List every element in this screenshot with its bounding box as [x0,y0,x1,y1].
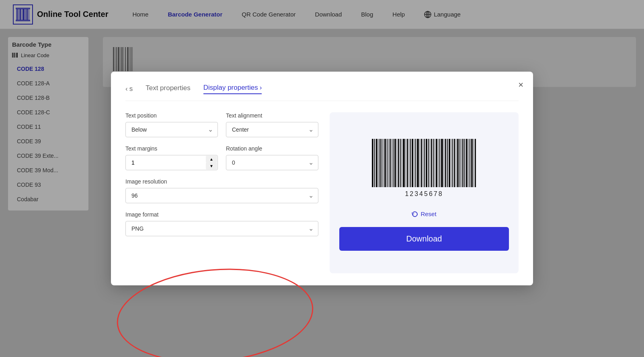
form-section: Text position Below Above None Text alig… [125,112,318,273]
svg-rect-36 [379,139,381,187]
image-format-select-wrapper: PNG SVG JPEG BMP [125,221,318,236]
modal-body: Text position Below Above None Text alig… [125,112,519,273]
form-group-text-alignment: Text alignment Center Left Right [226,112,318,137]
svg-rect-53 [409,139,409,187]
svg-rect-56 [414,139,414,187]
image-format-label: Image format [125,211,318,218]
form-group-rotation-angle: Rotation angle 0 90 180 270 [226,145,318,170]
svg-rect-76 [449,139,450,187]
svg-rect-72 [441,139,443,187]
svg-rect-63 [426,139,427,187]
svg-rect-50 [403,139,405,187]
svg-rect-85 [464,139,465,187]
svg-rect-47 [398,139,399,187]
svg-rect-73 [444,139,444,187]
svg-rect-61 [423,139,423,187]
svg-rect-32 [372,139,373,187]
form-row-4: Image format PNG SVG JPEG BMP [125,211,318,236]
svg-rect-74 [445,139,446,187]
svg-rect-48 [400,139,401,187]
svg-rect-40 [387,139,388,187]
text-margins-input[interactable] [125,155,218,170]
svg-rect-88 [470,139,470,187]
svg-rect-90 [474,139,474,187]
svg-rect-37 [381,139,382,187]
reset-button[interactable]: Reset [412,210,436,217]
text-alignment-label: Text alignment [226,112,318,119]
svg-rect-44 [393,139,394,187]
text-position-select[interactable]: Below Above None [125,122,218,137]
svg-rect-69 [436,139,437,187]
svg-rect-91 [475,139,476,187]
svg-text:12345678: 12345678 [405,190,443,197]
svg-rect-87 [468,139,469,187]
rotation-angle-select[interactable]: 0 90 180 270 [226,155,318,170]
text-position-select-wrapper: Below Above None [125,122,218,137]
svg-rect-55 [412,139,413,187]
svg-rect-46 [397,139,397,187]
modal: × ‹s Text properties Display properties … [111,72,533,285]
form-row-1: Text position Below Above None Text alig… [125,112,318,137]
rotation-angle-select-wrapper: 0 90 180 270 [226,155,318,170]
image-resolution-label: Image resolution [125,178,318,185]
reset-label: Reset [420,210,436,217]
svg-rect-35 [378,139,379,187]
svg-rect-43 [392,139,392,187]
svg-rect-77 [451,139,451,187]
svg-rect-57 [415,139,416,187]
image-resolution-select[interactable]: 72 96 150 300 [125,188,318,203]
modal-header: ‹s Text properties Display properties › [125,84,519,101]
text-alignment-select-wrapper: Center Left Right [226,122,318,137]
svg-rect-34 [376,139,377,187]
text-margins-spinner: ▲ ▼ [125,155,218,170]
form-row-3: Image resolution 72 96 150 300 [125,178,318,203]
modal-overlay: × ‹s Text properties Display properties … [0,0,644,357]
svg-rect-58 [417,139,419,187]
image-resolution-select-wrapper: 72 96 150 300 [125,188,318,203]
image-format-select[interactable]: PNG SVG JPEG BMP [125,221,318,236]
svg-rect-80 [456,139,456,187]
svg-rect-59 [420,139,420,187]
barcode-preview-svg: 12345678 [368,135,480,199]
spinner-up-button[interactable]: ▲ [206,156,217,163]
svg-rect-83 [461,139,461,187]
form-group-image-resolution: Image resolution 72 96 150 300 [125,178,318,203]
svg-rect-82 [459,139,460,187]
form-group-text-position: Text position Below Above None [125,112,218,137]
svg-rect-81 [457,139,459,187]
svg-rect-84 [462,139,464,187]
spinner-down-button[interactable]: ▼ [206,163,217,169]
svg-rect-75 [447,139,448,187]
svg-rect-68 [435,139,435,187]
form-group-image-format: Image format PNG SVG JPEG BMP [125,211,318,236]
spinner-buttons: ▲ ▼ [206,156,217,169]
circle-annotation [113,261,317,357]
barcode-preview-section: 12345678 Reset Download [330,112,519,273]
svg-rect-66 [431,139,432,187]
tab-prev[interactable]: ‹s [125,85,133,93]
svg-rect-42 [390,139,391,187]
svg-rect-70 [438,139,439,187]
svg-rect-67 [433,139,434,187]
svg-rect-86 [466,139,468,187]
text-alignment-select[interactable]: Center Left Right [226,122,318,137]
tab-display-properties[interactable]: Display properties › [203,84,262,94]
svg-rect-64 [428,139,429,187]
form-row-2: Text margins ▲ ▼ Rotation angle [125,145,318,170]
svg-rect-33 [374,139,375,187]
download-button[interactable]: Download [339,227,509,251]
svg-rect-41 [388,139,389,187]
svg-rect-49 [402,139,402,187]
svg-rect-79 [454,139,455,187]
svg-rect-62 [424,139,425,187]
modal-close-button[interactable]: × [518,80,523,90]
svg-rect-89 [471,139,473,187]
rotation-angle-label: Rotation angle [226,145,318,152]
svg-rect-60 [421,139,422,187]
svg-rect-51 [406,139,406,187]
text-position-label: Text position [125,112,218,119]
tab-text-properties[interactable]: Text properties [146,84,191,94]
svg-rect-78 [452,139,453,187]
svg-rect-71 [439,139,440,187]
svg-rect-65 [430,139,430,187]
